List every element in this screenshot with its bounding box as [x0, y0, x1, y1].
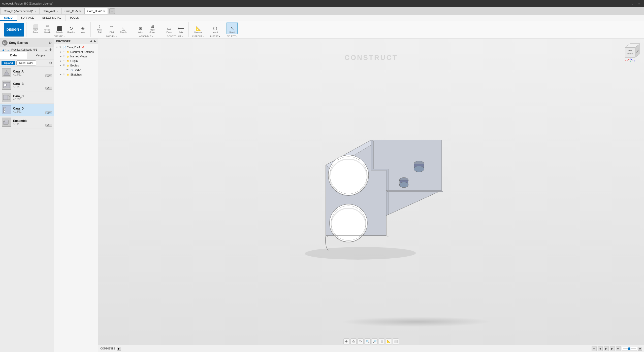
tree-item-body1[interactable]: 👁 ⬡ Body1	[54, 68, 98, 72]
tab-tab3[interactable]: Cara_C v5✕	[62, 8, 84, 14]
tree-expand-bodies[interactable]: ▼	[59, 64, 62, 67]
rigid-group-button[interactable]: ⊞ RigidGroup	[147, 22, 158, 34]
chamfer-button[interactable]: ◺ Chamfer	[118, 22, 129, 34]
extrude-button[interactable]: ⬛ Extrude	[54, 22, 65, 34]
tree-expand-origin[interactable]: ▶	[59, 60, 62, 62]
tree-eye-body1[interactable]: 👁	[66, 68, 69, 72]
toolbar-tab-tools[interactable]: TOOLS	[66, 15, 83, 21]
browser-expand-icon[interactable]: ▶	[94, 40, 96, 43]
select-button[interactable]: ↖ Select	[227, 22, 238, 34]
joint-button[interactable]: ⊕ Joint	[135, 22, 146, 34]
file-version-cara-a[interactable]: V3▾	[45, 74, 52, 77]
insert-btn[interactable]: ⬡ Insert	[210, 22, 221, 34]
tree-eye-doc-settings[interactable]: 👁	[63, 50, 66, 53]
file-item-cara-b[interactable]: Cara_B 4/13/21 V5▾	[0, 79, 54, 91]
tree-eye-sketches[interactable]: 👁	[63, 73, 66, 76]
tree-expand-sketches[interactable]: ▶	[59, 73, 62, 76]
tab-close-tab2[interactable]: ✕	[56, 10, 58, 13]
tree-eye-bodies[interactable]: 👁	[63, 64, 66, 67]
timeline-bar	[622, 347, 637, 351]
create-sketch-button[interactable]: ✏ CreateSketch	[42, 22, 53, 34]
tree-item-origin[interactable]: ▶ 👁 📁 Origin	[54, 59, 98, 63]
zoom-out-button[interactable]: 🔎	[372, 338, 378, 344]
plane-button[interactable]: ▭ Plane	[164, 22, 175, 34]
file-name-cara-b: Cara_B	[13, 82, 52, 86]
play-button[interactable]: ▶	[604, 346, 609, 351]
play-next-button[interactable]: ▶	[610, 346, 615, 351]
bc-ellipsis[interactable]: ...	[7, 48, 9, 51]
maximize-button[interactable]: □	[629, 1, 635, 6]
timeline-marker[interactable]	[628, 347, 630, 350]
nav-cube[interactable]: TOP FRONT RIGHT Y X Z	[620, 42, 640, 62]
file-version-cara-d[interactable]: V5▾	[45, 111, 52, 114]
timeline-settings[interactable]: ⚙	[638, 347, 642, 351]
file-version-ensamble[interactable]: V3▾	[45, 124, 52, 127]
titlebar: Autodesk Fusion 360 (Education License) …	[0, 0, 644, 7]
left-settings-icon[interactable]: ⚙	[49, 61, 52, 65]
look-at-button[interactable]: ◎	[350, 338, 357, 344]
file-version-cara-b[interactable]: V5▾	[45, 87, 52, 90]
modify-buttons: ↕ PressPull ⌒ Fillet ◺ Chamfer	[94, 22, 129, 34]
tree-item-doc-settings[interactable]: ▶ 👁 📁 Document Settings	[54, 50, 98, 54]
revolve-button[interactable]: ↻ Revolve	[66, 22, 77, 34]
inspect-button[interactable]: 📐	[386, 338, 392, 344]
tree-item-sketches[interactable]: ▶ 👁 📁 Sketches	[54, 72, 98, 77]
fit-all-button[interactable]: ⊕	[343, 338, 349, 344]
render-mode-button[interactable]: ⬜	[393, 338, 399, 344]
file-item-cara-c[interactable]: Cara_C 4/13/21	[0, 91, 54, 104]
toolbar-tab-sheetmetal[interactable]: SHEET METAL	[38, 15, 66, 21]
minimize-button[interactable]: —	[623, 1, 629, 6]
tab-tab2[interactable]: Cara_AvII✕	[40, 8, 61, 14]
press-pull-button[interactable]: ↕ PressPull	[94, 22, 105, 34]
tree-eye-named-views[interactable]: 👁	[63, 55, 66, 58]
play-prev-button[interactable]: ◀	[598, 346, 603, 351]
orbit-button[interactable]: ↻	[358, 338, 364, 344]
toolbar-tab-solid[interactable]: SOLID	[0, 15, 17, 21]
close-button[interactable]: ✕	[636, 1, 642, 6]
more-create-button[interactable]: ◈ More	[77, 22, 88, 34]
zoom-in-button[interactable]: 🔍	[365, 338, 371, 344]
user-settings-icon[interactable]: ⚙	[49, 41, 52, 45]
play-back-button[interactable]: ⏮	[592, 346, 597, 351]
file-item-ensamble[interactable]: Ensamble 4/14/21 V3▾	[0, 116, 54, 128]
tree-expand-named-views[interactable]: ▶	[59, 55, 62, 58]
viewport[interactable]: CONSTRUCT TOP FRONT RIGHT	[98, 39, 644, 352]
modify-label: MODIFY ▾	[94, 35, 129, 38]
user-name: Sony Barrios	[9, 41, 47, 45]
toolbar-tab-surface[interactable]: SURFACE	[17, 15, 38, 21]
axis-button[interactable]: ⟵ Axis	[175, 22, 186, 34]
tree-eye-root[interactable]: 👁	[59, 46, 62, 49]
tab-tab1[interactable]: Cara_B (v5-recovered)*✕	[1, 8, 39, 14]
new-sketch-button[interactable]: ⬜ NewComp.	[30, 22, 41, 34]
tab-data[interactable]: Data	[0, 52, 27, 59]
bc-settings-icon[interactable]: ⚙	[49, 48, 52, 51]
chamfer-icon: ◺	[122, 26, 125, 31]
file-item-cara-a[interactable]: Cara_A 4/14/21 V3▾	[0, 67, 54, 79]
file-item-cara-d[interactable]: Cara_D 4/13/21 V5▾	[0, 104, 54, 116]
comments-toggle[interactable]: ▶	[117, 347, 121, 351]
tree-expand-root[interactable]: ▼	[55, 46, 59, 49]
tree-expand-doc-settings[interactable]: ▶	[59, 51, 62, 53]
tab-tab4[interactable]: Cara_D v4*✕	[84, 8, 108, 14]
tree-eye-origin[interactable]: 👁	[63, 59, 66, 62]
design-button[interactable]: DESIGN ▾	[4, 23, 24, 37]
measure-button[interactable]: 📐 Measure	[193, 22, 204, 34]
browser-collapse-icon[interactable]: ◀	[90, 40, 92, 43]
breadcrumb: ▲ › ... › Práctica Calificada N°1 ☁ ⚙	[0, 47, 54, 52]
play-fwd-button[interactable]: ⏭	[616, 346, 621, 351]
tab-people[interactable]: People	[27, 52, 54, 59]
bc-home-icon[interactable]: ▲	[2, 48, 5, 51]
tree-item-bodies[interactable]: ▼ 👁 📁 Bodies	[54, 63, 98, 68]
new-tab-button[interactable]: +	[109, 8, 115, 14]
upload-button[interactable]: Upload	[2, 61, 15, 65]
browser-header: BROWSER ◀ ▶	[54, 39, 98, 44]
inspect-label: INSPECT ▾	[192, 35, 204, 38]
display-button[interactable]: ☰	[379, 338, 385, 344]
tab-close-tab3[interactable]: ✕	[79, 10, 81, 13]
tree-item-root[interactable]: ▼ 👁 📄 Cara_D v4 📌	[54, 45, 98, 50]
tab-close-tab4[interactable]: ✕	[103, 10, 105, 13]
new-folder-button[interactable]: New Folder	[16, 60, 36, 65]
fillet-button[interactable]: ⌒ Fillet	[106, 22, 117, 34]
tab-close-tab1[interactable]: ✕	[35, 10, 37, 13]
tree-item-named-views[interactable]: ▶ 👁 📁 Named Views	[54, 54, 98, 59]
